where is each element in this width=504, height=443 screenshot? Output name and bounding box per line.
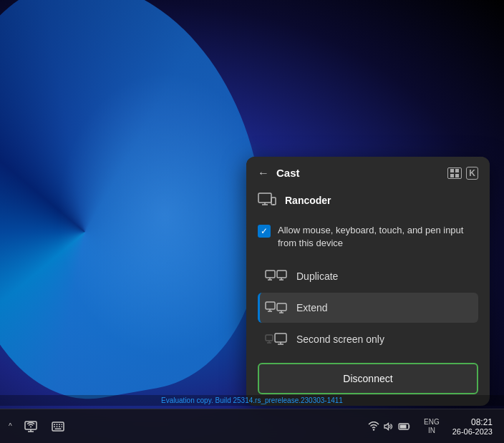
- cast-body: Rancoder ✓ Allow mouse, keyboard, touch,…: [246, 187, 490, 406]
- language-region: IN: [428, 427, 435, 435]
- clock-date: 26-06-2023: [452, 427, 493, 436]
- svg-rect-1: [455, 169, 459, 172]
- duplicate-label: Duplicate: [296, 271, 338, 282]
- svg-rect-7: [271, 198, 276, 205]
- device-row: Rancoder: [258, 187, 478, 218]
- language-text: ENG: [424, 418, 440, 427]
- duplicate-icon: [265, 270, 288, 283]
- language-indicator[interactable]: ENG IN: [420, 417, 444, 437]
- svg-rect-33: [56, 424, 57, 425]
- svg-point-30: [30, 426, 32, 427]
- svg-rect-18: [277, 303, 286, 311]
- cast-device-icon: [258, 193, 276, 208]
- checkbox-row: ✓ Allow mouse, keyboard, touch, and pen …: [258, 218, 478, 261]
- allow-input-checkbox[interactable]: ✓: [258, 225, 271, 238]
- svg-rect-24: [275, 334, 286, 342]
- svg-rect-3: [455, 174, 459, 177]
- svg-rect-36: [54, 426, 55, 427]
- taskbar: ^: [0, 409, 504, 443]
- cast-taskbar-icon[interactable]: [19, 415, 42, 438]
- keyboard-taskbar-icon[interactable]: [47, 415, 69, 438]
- battery-icon: [398, 422, 411, 431]
- taskbar-chevron-icon[interactable]: ^: [6, 419, 15, 433]
- svg-rect-0: [450, 169, 454, 172]
- taskbar-clock[interactable]: 08:21 26-06-2023: [447, 416, 498, 437]
- cast-title: Cast: [276, 167, 440, 179]
- cast-k-icon: K: [466, 167, 478, 180]
- checkbox-check-icon: ✓: [261, 226, 268, 236]
- option-duplicate[interactable]: Duplicate: [258, 261, 478, 291]
- svg-rect-15: [266, 302, 275, 309]
- svg-rect-2: [450, 174, 454, 177]
- system-tray-icons[interactable]: [362, 419, 417, 434]
- cast-header: ← Cast K: [246, 157, 490, 187]
- svg-rect-21: [266, 335, 273, 341]
- disconnect-button-wrap: Disconnect: [258, 354, 478, 394]
- back-button[interactable]: ←: [258, 167, 269, 180]
- svg-rect-35: [61, 424, 62, 425]
- svg-rect-9: [266, 271, 275, 278]
- cast-windows-icon: [447, 167, 462, 179]
- svg-rect-37: [56, 426, 57, 427]
- svg-rect-40: [54, 428, 61, 429]
- svg-rect-32: [54, 424, 55, 425]
- extend-icon: [265, 301, 288, 314]
- disconnect-button[interactable]: Disconnect: [258, 363, 478, 394]
- option-extend[interactable]: Extend: [258, 293, 478, 323]
- second-screen-label: Second screen only: [296, 334, 384, 345]
- second-screen-icon: [265, 333, 288, 346]
- volume-icon: [384, 422, 394, 432]
- wifi-icon: [368, 422, 379, 432]
- svg-rect-39: [61, 426, 62, 427]
- svg-rect-38: [59, 426, 60, 427]
- svg-point-41: [373, 429, 374, 430]
- allow-input-label: Allow mouse, keyboard, touch, and pen in…: [278, 224, 478, 250]
- svg-rect-43: [400, 424, 407, 428]
- svg-rect-4: [258, 193, 271, 203]
- extend-label: Extend: [296, 302, 328, 313]
- cast-panel: ← Cast K: [246, 157, 490, 406]
- svg-rect-34: [59, 424, 60, 425]
- device-name: Rancoder: [285, 195, 331, 206]
- display-options-list: Duplicate Extend: [258, 261, 478, 354]
- cast-header-icons: K: [447, 167, 478, 180]
- svg-rect-12: [277, 271, 286, 278]
- clock-time: 08:21: [471, 417, 493, 427]
- taskbar-right: ENG IN 08:21 26-06-2023: [362, 416, 498, 437]
- taskbar-left: ^: [6, 415, 69, 438]
- option-second-screen[interactable]: Second screen only: [258, 324, 478, 354]
